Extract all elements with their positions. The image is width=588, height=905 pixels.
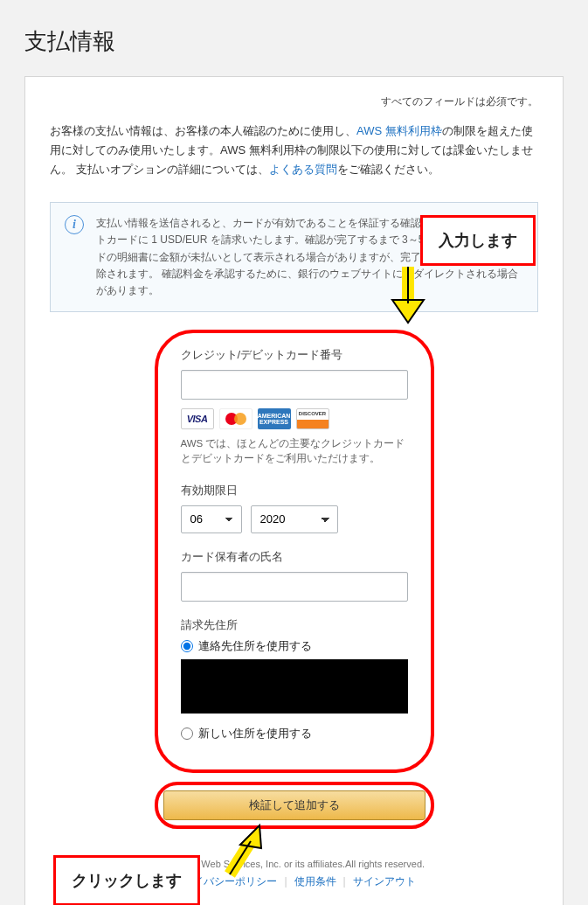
free-tier-link[interactable]: AWS 無料利用枠: [356, 124, 442, 137]
faq-link[interactable]: よくある質問: [269, 163, 337, 176]
amex-icon: AMERICAN EXPRESS: [258, 408, 291, 429]
discover-icon: DISCOVER: [296, 408, 329, 429]
arrow-up-icon: [221, 822, 265, 880]
cardholder-input[interactable]: [181, 572, 408, 602]
new-address-radio[interactable]: [181, 727, 193, 740]
card-number-label: クレジット/デビットカード番号: [181, 347, 408, 363]
card-number-input[interactable]: [181, 370, 408, 400]
expiry-year-select[interactable]: 2020: [251, 505, 338, 533]
billing-label: 請求先住所: [181, 617, 408, 633]
annotation-input: 入力します: [420, 215, 536, 266]
intro-text: お客様の支払い情報は、お客様の本人確認のために使用し、AWS 無料利用枠の制限を…: [50, 122, 538, 179]
cardholder-label: カード保有者の氏名: [181, 549, 408, 565]
card-note: AWS では、ほとんどの主要なクレジットカードとデビットカードをご利用いただけま…: [181, 436, 408, 467]
intro-part3: をご確認ください。: [337, 163, 439, 176]
visa-icon: VISA: [181, 408, 214, 429]
verify-and-add-button[interactable]: 検証して追加する: [163, 790, 425, 820]
terms-link[interactable]: 使用条件: [287, 875, 343, 888]
submit-button-highlight: 検証して追加する クリックします: [155, 782, 434, 829]
payment-card: すべてのフィールドは必須です。 お客様の支払い情報は、お客様の本人確認のために使…: [24, 76, 564, 905]
info-icon: i: [65, 215, 84, 234]
card-logos: VISA AMERICAN EXPRESS DISCOVER: [181, 408, 408, 429]
new-address-label: 新しい住所を使用する: [198, 726, 312, 741]
expiry-month-select[interactable]: 06: [181, 505, 242, 533]
address-redacted: [181, 659, 408, 714]
form-area: 入力します クレジット/デビットカード番号 VISA AMERICAN EXPR…: [155, 330, 434, 773]
signout-link[interactable]: サインアウト: [346, 875, 423, 888]
intro-part1: お客様の支払い情報は、お客様の本人確認のために使用し、: [50, 124, 356, 137]
mastercard-icon: [219, 408, 252, 429]
required-note: すべてのフィールドは必須です。: [50, 94, 538, 109]
annotation-click: クリックします: [53, 855, 200, 905]
use-contact-address-radio[interactable]: [181, 640, 193, 652]
use-contact-address-label: 連絡先住所を使用する: [198, 638, 312, 654]
page-title: 支払情報: [24, 26, 564, 57]
expiry-label: 有効期限日: [181, 483, 408, 498]
arrow-down-icon: [389, 265, 427, 326]
